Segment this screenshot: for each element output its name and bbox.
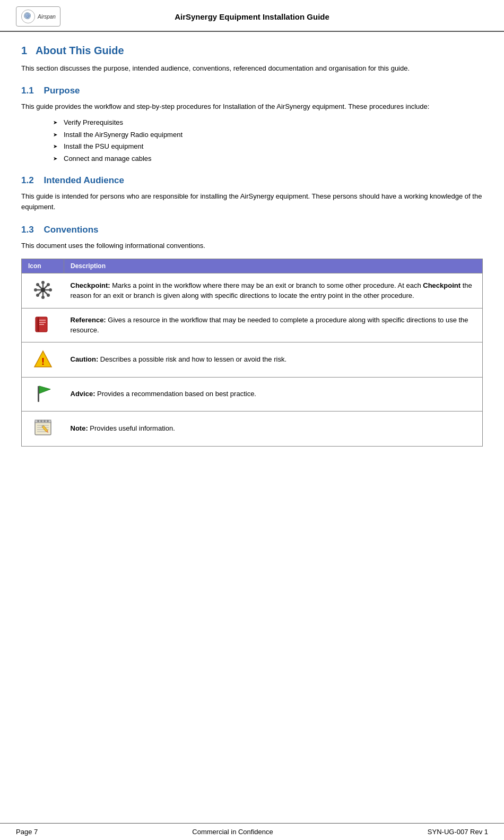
section1-1-title: Purpose [44,85,80,96]
checkpoint-desc-cell: Checkpoint: Marks a point in the workflo… [64,273,483,308]
section1-2-para1: This guide is intended for persons who a… [21,191,483,212]
svg-point-12 [36,294,39,297]
section1-2-title: Intended Audience [44,175,124,185]
note-bold: Note: [71,424,88,432]
svg-point-11 [47,283,50,286]
page-footer: Page 7 Commercial in Confidence SYN-UG-0… [0,823,504,840]
svg-rect-18 [39,322,46,323]
svg-point-27 [40,420,42,422]
svg-point-10 [47,294,50,297]
table-row: Reference: Gives a resource in the workf… [22,308,483,342]
footer-left: Page 7 [16,828,38,836]
logo-area: Airspan [16,6,64,27]
svg-point-26 [37,420,39,422]
note-desc-cell: Note: Provides useful information. [64,411,483,446]
footer-center: Commercial in Confidence [192,828,273,836]
advice-bold: Advice: [71,390,95,398]
section1-1-para1: This guide provides the workflow and ste… [21,101,483,112]
main-content: 1 About This Guide This section discusse… [0,32,504,468]
svg-point-6 [41,296,45,299]
svg-rect-19 [39,324,44,325]
reference-icon-cell [22,308,64,342]
caution-icon: ! [33,349,53,369]
note-icon-cell [22,411,64,446]
logo-box: Airspan [16,6,60,27]
conventions-table: Icon Description [21,259,483,447]
note-icon [33,418,53,438]
svg-point-8 [49,288,52,292]
section1-3-number: 1.3 [21,225,34,235]
section1-heading: 1 About This Guide [21,45,483,57]
col-header-icon: Icon [22,259,64,273]
svg-rect-15 [37,317,39,332]
section1-1-bullets: Verify Prerequisites Install the AirSyne… [53,117,483,164]
list-item: Connect and manage cables [53,153,483,164]
header-title: AirSynergy Equipment Installation Guide [175,12,329,21]
reference-icon [33,315,53,334]
advice-desc-cell: Advice: Provides a recommendation based … [64,377,483,411]
section1-3-title: Conventions [44,225,99,235]
footer-right: SYN-UG-007 Rev 1 [428,828,488,836]
section1-1-number: 1.1 [21,85,34,96]
checkpoint-bold2: Checkpoint [423,281,460,289]
checkpoint-icon [33,280,53,300]
svg-point-13 [41,288,45,292]
advice-icon-cell [22,377,64,411]
table-row: Advice: Provides a recommendation based … [22,377,483,411]
svg-point-9 [36,283,39,286]
section1-title: About This Guide [36,45,124,56]
section1-3-para1: This document uses the following informa… [21,241,483,251]
list-item: Install the PSU equipment [53,141,483,152]
svg-text:!: ! [41,356,45,367]
svg-point-7 [34,288,37,292]
page-header: Airspan AirSynergy Equipment Installatio… [0,0,504,32]
table-row: ! Caution: Describes a possible risk and… [22,342,483,377]
section1-number: 1 [21,45,27,56]
airspan-logo-icon [21,9,36,24]
section1-2-number: 1.2 [21,175,34,185]
checkpoint-bold: Checkpoint: [71,281,110,289]
section1-1-heading: 1.1 Purpose [21,85,483,96]
svg-point-29 [47,420,49,422]
svg-point-28 [44,420,46,422]
reference-desc-cell: Reference: Gives a resource in the workf… [64,308,483,342]
logo-text: Airspan [38,14,56,20]
table-row: Checkpoint: Marks a point in the workflo… [22,273,483,308]
section1-2-heading: 1.2 Intended Audience [21,175,483,186]
reference-bold: Reference: [71,316,106,324]
header-title-area: AirSynergy Equipment Installation Guide [64,12,440,21]
svg-rect-17 [39,320,46,321]
caution-desc-cell: Caution: Describes a possible risk and h… [64,342,483,377]
advice-icon [33,384,53,403]
list-item: Verify Prerequisites [53,117,483,128]
caution-icon-cell: ! [22,342,64,377]
svg-point-5 [41,281,45,284]
table-header-row: Icon Description [22,259,483,273]
svg-marker-23 [39,386,50,393]
caution-bold: Caution: [71,355,99,363]
table-row: Note: Provides useful information. [22,411,483,446]
col-header-desc: Description [64,259,483,273]
list-item: Install the AirSynergy Radio equipment [53,130,483,140]
section1-3-heading: 1.3 Conventions [21,225,483,235]
checkpoint-icon-cell [22,273,64,308]
section1-intro: This section discusses the purpose, inte… [21,63,483,74]
